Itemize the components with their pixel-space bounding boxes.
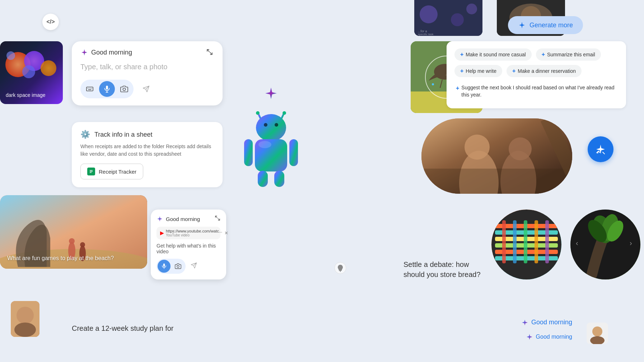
sheets-icon xyxy=(87,168,95,175)
send-button[interactable] xyxy=(139,82,153,96)
chip-row-2: + Help me write + Make a dinner reservat… xyxy=(454,65,618,77)
youtube-card: Good morning ▶ https://www.youtube.com/w… xyxy=(151,210,226,279)
chip-casual-text: Make it sound more casual xyxy=(466,52,526,57)
yt-header: Good morning xyxy=(157,215,220,222)
debate-text: Settle a debate: how should you store br… xyxy=(403,259,482,279)
morning-star-icon xyxy=(521,319,528,326)
chip-casual[interactable]: + Make it sound more casual xyxy=(454,48,532,61)
svg-point-30 xyxy=(256,111,260,115)
bulb-icon-area xyxy=(334,262,347,276)
bulb-icon xyxy=(334,262,347,274)
yt-camera-button[interactable] xyxy=(172,260,185,273)
chip-dinner[interactable]: + Make a dinner reservation xyxy=(507,65,582,77)
chip-book-row[interactable]: + Suggest the next book I should read ba… xyxy=(454,81,618,101)
action-btn-group xyxy=(80,80,134,98)
chip-summarize[interactable]: + Summarize this email xyxy=(536,48,601,61)
camera-button[interactable] xyxy=(116,81,132,97)
svg-point-13 xyxy=(6,51,15,60)
morning-mini-card: Good morning xyxy=(521,319,572,326)
svg-rect-82 xyxy=(535,220,538,263)
yt-placeholder[interactable]: Get help with what's in this video xyxy=(157,243,220,254)
svg-point-41 xyxy=(258,141,271,148)
yt-icon: ▶ xyxy=(160,230,164,236)
track-header: ⚙️ Track info in a sheet xyxy=(80,130,214,139)
plus-icon-3: + xyxy=(460,68,463,74)
main-input-card: Good morning Type, talk, or share a phot… xyxy=(72,41,223,105)
card-header: Good morning xyxy=(80,48,214,56)
keyboard-button[interactable] xyxy=(82,81,98,97)
svg-text:specific task: specific task xyxy=(418,33,434,36)
svg-point-33 xyxy=(256,114,286,141)
morning-card-2: Good morning xyxy=(526,333,572,340)
svg-rect-14 xyxy=(87,87,93,91)
women-bg xyxy=(421,118,572,194)
svg-rect-57 xyxy=(163,264,165,267)
svg-rect-79 xyxy=(502,220,506,263)
android-area xyxy=(226,83,316,197)
mic-button[interactable] xyxy=(99,81,115,97)
morning-star-icon-2 xyxy=(526,333,533,340)
track-icon: ⚙️ xyxy=(80,130,90,139)
track-description: When receipts are added to the folder Re… xyxy=(80,143,214,158)
gemini-label: Good morning xyxy=(80,48,132,56)
beach-card: What are fun games to play at the beach? xyxy=(0,195,147,269)
morning-thumb-card xyxy=(587,323,608,344)
yt-greeting: Good morning xyxy=(166,216,200,222)
receipt-tracker-button[interactable]: Receipt Tracker xyxy=(80,164,143,179)
plus-icon-5: + xyxy=(456,84,459,92)
study-text: Create a 12-week study plan for xyxy=(72,323,208,333)
input-placeholder[interactable]: Type, talk, or share a photo xyxy=(80,61,214,72)
chip-write[interactable]: + Help me write xyxy=(454,65,502,77)
svg-point-11 xyxy=(41,60,56,76)
face-thumbnail xyxy=(11,301,39,337)
svg-rect-37 xyxy=(244,139,253,166)
svg-point-3 xyxy=(466,4,477,14)
input-actions xyxy=(80,80,214,98)
svg-text:‹: ‹ xyxy=(576,239,578,247)
yt-close-button[interactable]: ✕ xyxy=(224,230,228,236)
generate-more-button[interactable]: Generate more xyxy=(508,16,583,34)
datacenter-card xyxy=(491,210,561,279)
android-mascot xyxy=(237,103,305,189)
svg-text:›: › xyxy=(630,239,632,247)
yt-action-group xyxy=(157,259,186,274)
chip-dinner-text: Make a dinner reservation xyxy=(518,68,576,74)
debate-card: Settle a debate: how should you store br… xyxy=(403,259,482,279)
fab-compose-button[interactable] xyxy=(588,136,613,162)
generate-more-text: Generate more xyxy=(529,22,573,29)
chip-book-text: Suggest the next book I should read base… xyxy=(461,84,617,98)
svg-point-94 xyxy=(14,323,36,337)
svg-rect-38 xyxy=(289,139,298,166)
yt-mic-button[interactable] xyxy=(158,260,171,273)
code-button[interactable]: </> xyxy=(42,14,59,30)
yt-actions xyxy=(157,259,220,274)
svg-point-1 xyxy=(420,5,438,23)
yt-url-type: YouTube video xyxy=(166,233,222,237)
svg-point-2 xyxy=(451,13,464,26)
suggestion-chips-card: + Make it sound more casual + Summarize … xyxy=(447,41,626,108)
svg-point-64 xyxy=(509,137,532,160)
svg-point-56 xyxy=(80,242,85,247)
page-container: ...for a specific task </> xyxy=(0,0,644,362)
fab-icon xyxy=(595,144,606,155)
img-gen-text: dark space image xyxy=(6,92,57,98)
veggie-card: ‹ › xyxy=(570,210,640,279)
morning-mini-text: Good morning xyxy=(531,319,572,326)
expand-button[interactable] xyxy=(206,48,214,56)
yt-expand-icon[interactable] xyxy=(215,215,220,222)
women-image-card xyxy=(421,118,572,194)
sparkle-icon xyxy=(80,48,88,56)
svg-point-96 xyxy=(592,326,602,337)
yt-send-button[interactable] xyxy=(191,262,197,270)
chip-row-1: + Make it sound more casual + Summarize … xyxy=(454,48,618,61)
svg-line-67 xyxy=(603,152,605,154)
top-image-1: ...for a specific task xyxy=(414,0,482,36)
generate-more-area: Generate more xyxy=(508,16,583,41)
svg-rect-80 xyxy=(513,220,517,263)
svg-point-93 xyxy=(17,307,34,324)
morning-mini-text-2: Good morning xyxy=(536,334,572,340)
chip-write-text: Help me write xyxy=(466,68,496,74)
image-gen-card: dark space image xyxy=(0,41,63,104)
svg-rect-65 xyxy=(421,169,572,194)
yt-url-chip: ▶ https://www.youtube.com/watc... YouTub… xyxy=(157,227,220,239)
